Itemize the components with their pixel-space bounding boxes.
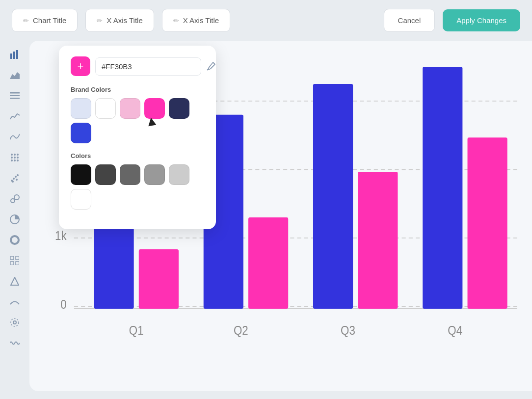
svg-point-8 <box>14 154 16 156</box>
svg-rect-6 <box>10 98 20 99</box>
brand-swatch-dark-navy[interactable] <box>169 98 189 119</box>
sidebar-icon-grid[interactable] <box>6 252 24 269</box>
sidebar-icon-bubble[interactable] <box>6 190 24 208</box>
swatch-dark-gray[interactable] <box>95 164 116 185</box>
svg-point-12 <box>17 157 19 159</box>
color-swatches <box>71 164 204 210</box>
svg-marker-3 <box>10 72 20 79</box>
svg-point-25 <box>11 236 19 244</box>
y-label-1k: 1k <box>55 229 67 243</box>
svg-rect-5 <box>10 95 20 97</box>
svg-point-32 <box>11 319 19 326</box>
swatch-white[interactable] <box>71 189 91 210</box>
brand-swatch-blue[interactable] <box>71 123 91 143</box>
swatch-medium-gray[interactable] <box>120 164 140 185</box>
pencil-icon-3: ✏ <box>173 17 179 25</box>
x-label-q3: Q3 <box>341 323 355 338</box>
x-label-q1: Q1 <box>129 323 144 338</box>
svg-point-20 <box>12 181 14 183</box>
apply-changes-button[interactable]: Apply Changes <box>443 9 520 31</box>
x-label-q4: Q4 <box>448 323 462 338</box>
svg-rect-27 <box>16 256 19 260</box>
svg-rect-4 <box>10 92 20 94</box>
sidebar-icon-scatter[interactable] <box>6 169 24 187</box>
svg-point-7 <box>11 154 13 156</box>
sidebar-icon-ring[interactable] <box>6 231 24 249</box>
sidebar-icon-triangle[interactable] <box>6 272 24 290</box>
svg-marker-30 <box>11 277 19 285</box>
bar-q4-blue <box>423 67 462 309</box>
svg-point-23 <box>14 195 19 200</box>
svg-point-19 <box>17 174 19 176</box>
brand-swatch-light-pink[interactable] <box>120 98 140 119</box>
sidebar-icon-area-chart[interactable] <box>6 66 24 84</box>
sidebar <box>0 41 29 399</box>
svg-rect-1 <box>13 52 15 59</box>
svg-point-15 <box>17 160 19 161</box>
brand-swatch-pink[interactable] <box>144 98 165 119</box>
svg-rect-29 <box>16 262 19 265</box>
swatch-light-gray[interactable] <box>169 164 189 185</box>
svg-point-31 <box>13 321 16 324</box>
color-add-button[interactable]: + <box>71 56 90 76</box>
bar-q2-pink <box>248 217 288 309</box>
x-label-q2: Q2 <box>234 323 248 338</box>
y-label-0: 0 <box>60 297 66 312</box>
sidebar-icon-pie[interactable] <box>6 211 24 228</box>
svg-rect-28 <box>10 262 14 265</box>
x-axis-title-button-1[interactable]: ✏ X Axis Title <box>85 9 154 32</box>
sidebar-icon-arch[interactable] <box>6 293 24 311</box>
sidebar-icon-settings[interactable] <box>6 314 24 331</box>
sidebar-icon-wave-chart[interactable] <box>6 128 24 146</box>
x-axis-title-label-2: X Axis Title <box>183 16 219 25</box>
chart-area: + Brand Colors Colors <box>29 41 532 391</box>
color-picker-popup: + Brand Colors Colors <box>59 46 216 229</box>
main-content: + Brand Colors Colors <box>0 41 532 399</box>
brand-colors-label: Brand Colors <box>71 86 204 93</box>
sidebar-icon-wave2[interactable] <box>6 334 24 352</box>
svg-rect-2 <box>16 50 18 59</box>
cancel-button[interactable]: Cancel <box>384 9 435 32</box>
colors-label: Colors <box>71 152 204 160</box>
swatch-black[interactable] <box>71 164 91 185</box>
svg-point-11 <box>14 157 16 159</box>
sidebar-icon-dots[interactable] <box>6 149 24 166</box>
sidebar-icon-bar-chart[interactable] <box>6 46 24 63</box>
color-picker-header: + <box>71 56 204 76</box>
svg-line-33 <box>207 69 208 70</box>
svg-rect-26 <box>10 256 14 260</box>
pencil-icon: ✏ <box>23 17 29 25</box>
sidebar-icon-list[interactable] <box>6 87 24 105</box>
svg-point-22 <box>11 199 15 203</box>
bar-q3-pink <box>358 172 398 309</box>
bar-q1-blue <box>94 217 133 309</box>
x-axis-title-label-1: X Axis Title <box>106 16 142 25</box>
svg-point-21 <box>16 179 18 181</box>
svg-point-17 <box>13 178 15 180</box>
chart-title-label: Chart Title <box>33 16 66 25</box>
pencil-icon-2: ✏ <box>97 17 103 25</box>
brand-swatch-light-blue[interactable] <box>71 98 91 119</box>
svg-point-13 <box>11 160 13 161</box>
chart-title-button[interactable]: ✏ Chart Title <box>12 9 78 32</box>
brand-color-swatches <box>71 98 204 143</box>
svg-rect-0 <box>10 53 12 59</box>
sidebar-icon-line-chart[interactable] <box>6 107 24 125</box>
bar-q3-blue <box>313 84 353 309</box>
color-hex-input[interactable] <box>95 57 201 76</box>
svg-point-9 <box>17 154 19 156</box>
swatch-gray[interactable] <box>144 164 165 185</box>
x-axis-title-button-2[interactable]: ✏ X Axis Title <box>162 9 230 32</box>
svg-point-18 <box>15 176 17 178</box>
brand-swatch-white[interactable] <box>95 98 116 119</box>
svg-point-14 <box>14 160 16 161</box>
svg-point-10 <box>11 157 13 159</box>
color-picker-eyedropper-icon[interactable] <box>206 57 216 75</box>
bar-q1-pink <box>139 249 179 309</box>
bar-q4-pink <box>468 137 507 309</box>
toolbar: ✏ Chart Title ✏ X Axis Title ✏ X Axis Ti… <box>0 0 532 41</box>
